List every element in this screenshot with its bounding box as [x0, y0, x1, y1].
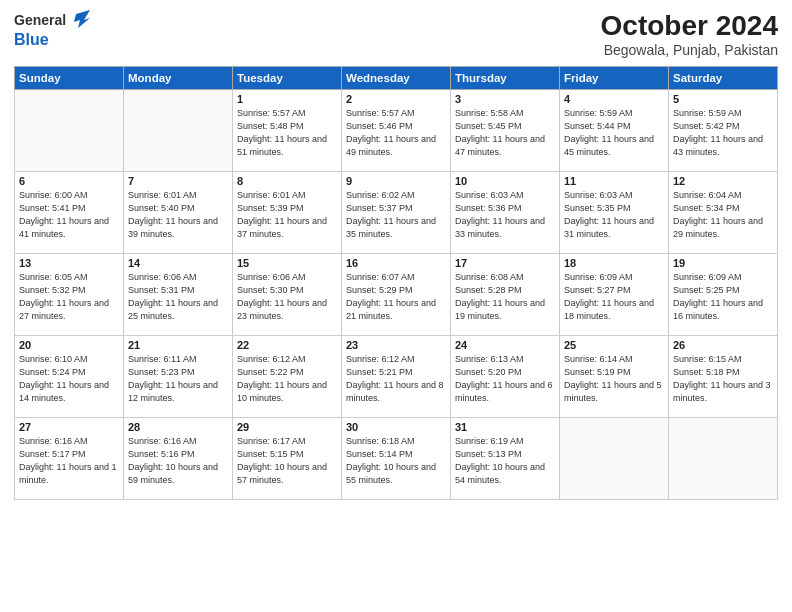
- table-row: 12Sunrise: 6:04 AM Sunset: 5:34 PM Dayli…: [669, 172, 778, 254]
- day-number: 4: [564, 93, 664, 105]
- table-row: 30Sunrise: 6:18 AM Sunset: 5:14 PM Dayli…: [342, 418, 451, 500]
- day-number: 15: [237, 257, 337, 269]
- table-row: 4Sunrise: 5:59 AM Sunset: 5:44 PM Daylig…: [560, 90, 669, 172]
- day-info: Sunrise: 5:57 AM Sunset: 5:48 PM Dayligh…: [237, 107, 337, 159]
- month-title: October 2024: [601, 10, 778, 42]
- logo-blue-text: Blue: [14, 30, 90, 49]
- day-info: Sunrise: 6:09 AM Sunset: 5:27 PM Dayligh…: [564, 271, 664, 323]
- table-row: 17Sunrise: 6:08 AM Sunset: 5:28 PM Dayli…: [451, 254, 560, 336]
- day-number: 20: [19, 339, 119, 351]
- day-info: Sunrise: 6:17 AM Sunset: 5:15 PM Dayligh…: [237, 435, 337, 487]
- table-row: 13Sunrise: 6:05 AM Sunset: 5:32 PM Dayli…: [15, 254, 124, 336]
- day-info: Sunrise: 6:06 AM Sunset: 5:30 PM Dayligh…: [237, 271, 337, 323]
- day-number: 12: [673, 175, 773, 187]
- table-row: 19Sunrise: 6:09 AM Sunset: 5:25 PM Dayli…: [669, 254, 778, 336]
- day-number: 25: [564, 339, 664, 351]
- table-row: 14Sunrise: 6:06 AM Sunset: 5:31 PM Dayli…: [124, 254, 233, 336]
- day-info: Sunrise: 5:59 AM Sunset: 5:44 PM Dayligh…: [564, 107, 664, 159]
- day-number: 2: [346, 93, 446, 105]
- calendar-week-row: 13Sunrise: 6:05 AM Sunset: 5:32 PM Dayli…: [15, 254, 778, 336]
- table-row: 22Sunrise: 6:12 AM Sunset: 5:22 PM Dayli…: [233, 336, 342, 418]
- calendar-header-row: Sunday Monday Tuesday Wednesday Thursday…: [15, 67, 778, 90]
- day-info: Sunrise: 6:01 AM Sunset: 5:40 PM Dayligh…: [128, 189, 228, 241]
- title-area: October 2024 Begowala, Punjab, Pakistan: [601, 10, 778, 58]
- day-number: 26: [673, 339, 773, 351]
- day-number: 24: [455, 339, 555, 351]
- location-subtitle: Begowala, Punjab, Pakistan: [601, 42, 778, 58]
- day-info: Sunrise: 6:02 AM Sunset: 5:37 PM Dayligh…: [346, 189, 446, 241]
- day-info: Sunrise: 6:09 AM Sunset: 5:25 PM Dayligh…: [673, 271, 773, 323]
- table-row: 3Sunrise: 5:58 AM Sunset: 5:45 PM Daylig…: [451, 90, 560, 172]
- calendar-week-row: 1Sunrise: 5:57 AM Sunset: 5:48 PM Daylig…: [15, 90, 778, 172]
- col-sunday: Sunday: [15, 67, 124, 90]
- table-row: 11Sunrise: 6:03 AM Sunset: 5:35 PM Dayli…: [560, 172, 669, 254]
- day-number: 13: [19, 257, 119, 269]
- table-row: 29Sunrise: 6:17 AM Sunset: 5:15 PM Dayli…: [233, 418, 342, 500]
- day-info: Sunrise: 6:10 AM Sunset: 5:24 PM Dayligh…: [19, 353, 119, 405]
- day-info: Sunrise: 6:04 AM Sunset: 5:34 PM Dayligh…: [673, 189, 773, 241]
- table-row: 28Sunrise: 6:16 AM Sunset: 5:16 PM Dayli…: [124, 418, 233, 500]
- page-container: General Blue October 2024 Begowala, Punj…: [0, 0, 792, 510]
- calendar-table: Sunday Monday Tuesday Wednesday Thursday…: [14, 66, 778, 500]
- day-number: 10: [455, 175, 555, 187]
- table-row: 31Sunrise: 6:19 AM Sunset: 5:13 PM Dayli…: [451, 418, 560, 500]
- day-info: Sunrise: 5:58 AM Sunset: 5:45 PM Dayligh…: [455, 107, 555, 159]
- table-row: 5Sunrise: 5:59 AM Sunset: 5:42 PM Daylig…: [669, 90, 778, 172]
- day-info: Sunrise: 6:00 AM Sunset: 5:41 PM Dayligh…: [19, 189, 119, 241]
- table-row: 1Sunrise: 5:57 AM Sunset: 5:48 PM Daylig…: [233, 90, 342, 172]
- table-row: 7Sunrise: 6:01 AM Sunset: 5:40 PM Daylig…: [124, 172, 233, 254]
- table-row: 8Sunrise: 6:01 AM Sunset: 5:39 PM Daylig…: [233, 172, 342, 254]
- day-info: Sunrise: 5:59 AM Sunset: 5:42 PM Dayligh…: [673, 107, 773, 159]
- table-row: 16Sunrise: 6:07 AM Sunset: 5:29 PM Dayli…: [342, 254, 451, 336]
- day-number: 31: [455, 421, 555, 433]
- day-info: Sunrise: 6:08 AM Sunset: 5:28 PM Dayligh…: [455, 271, 555, 323]
- day-info: Sunrise: 6:05 AM Sunset: 5:32 PM Dayligh…: [19, 271, 119, 323]
- day-info: Sunrise: 6:19 AM Sunset: 5:13 PM Dayligh…: [455, 435, 555, 487]
- logo-general-text: General: [14, 12, 66, 29]
- day-number: 30: [346, 421, 446, 433]
- table-row: 15Sunrise: 6:06 AM Sunset: 5:30 PM Dayli…: [233, 254, 342, 336]
- page-header: General Blue October 2024 Begowala, Punj…: [14, 10, 778, 58]
- table-row: [124, 90, 233, 172]
- day-info: Sunrise: 6:06 AM Sunset: 5:31 PM Dayligh…: [128, 271, 228, 323]
- table-row: 25Sunrise: 6:14 AM Sunset: 5:19 PM Dayli…: [560, 336, 669, 418]
- day-info: Sunrise: 6:01 AM Sunset: 5:39 PM Dayligh…: [237, 189, 337, 241]
- day-info: Sunrise: 6:11 AM Sunset: 5:23 PM Dayligh…: [128, 353, 228, 405]
- day-number: 7: [128, 175, 228, 187]
- table-row: 20Sunrise: 6:10 AM Sunset: 5:24 PM Dayli…: [15, 336, 124, 418]
- day-number: 6: [19, 175, 119, 187]
- day-number: 22: [237, 339, 337, 351]
- day-info: Sunrise: 6:12 AM Sunset: 5:21 PM Dayligh…: [346, 353, 446, 405]
- day-info: Sunrise: 6:15 AM Sunset: 5:18 PM Dayligh…: [673, 353, 773, 405]
- day-number: 28: [128, 421, 228, 433]
- calendar-week-row: 27Sunrise: 6:16 AM Sunset: 5:17 PM Dayli…: [15, 418, 778, 500]
- logo: General Blue: [14, 10, 90, 49]
- col-monday: Monday: [124, 67, 233, 90]
- table-row: 26Sunrise: 6:15 AM Sunset: 5:18 PM Dayli…: [669, 336, 778, 418]
- day-info: Sunrise: 6:03 AM Sunset: 5:36 PM Dayligh…: [455, 189, 555, 241]
- day-number: 19: [673, 257, 773, 269]
- table-row: 6Sunrise: 6:00 AM Sunset: 5:41 PM Daylig…: [15, 172, 124, 254]
- table-row: 2Sunrise: 5:57 AM Sunset: 5:46 PM Daylig…: [342, 90, 451, 172]
- logo-bird-icon: [68, 10, 90, 30]
- day-info: Sunrise: 6:16 AM Sunset: 5:17 PM Dayligh…: [19, 435, 119, 487]
- day-info: Sunrise: 6:13 AM Sunset: 5:20 PM Dayligh…: [455, 353, 555, 405]
- day-info: Sunrise: 6:07 AM Sunset: 5:29 PM Dayligh…: [346, 271, 446, 323]
- svg-marker-0: [74, 10, 90, 28]
- col-wednesday: Wednesday: [342, 67, 451, 90]
- col-tuesday: Tuesday: [233, 67, 342, 90]
- table-row: 24Sunrise: 6:13 AM Sunset: 5:20 PM Dayli…: [451, 336, 560, 418]
- day-info: Sunrise: 5:57 AM Sunset: 5:46 PM Dayligh…: [346, 107, 446, 159]
- day-number: 27: [19, 421, 119, 433]
- day-number: 18: [564, 257, 664, 269]
- day-number: 14: [128, 257, 228, 269]
- day-number: 11: [564, 175, 664, 187]
- day-info: Sunrise: 6:18 AM Sunset: 5:14 PM Dayligh…: [346, 435, 446, 487]
- day-number: 8: [237, 175, 337, 187]
- table-row: 18Sunrise: 6:09 AM Sunset: 5:27 PM Dayli…: [560, 254, 669, 336]
- table-row: [15, 90, 124, 172]
- table-row: 10Sunrise: 6:03 AM Sunset: 5:36 PM Dayli…: [451, 172, 560, 254]
- day-number: 1: [237, 93, 337, 105]
- col-saturday: Saturday: [669, 67, 778, 90]
- day-number: 17: [455, 257, 555, 269]
